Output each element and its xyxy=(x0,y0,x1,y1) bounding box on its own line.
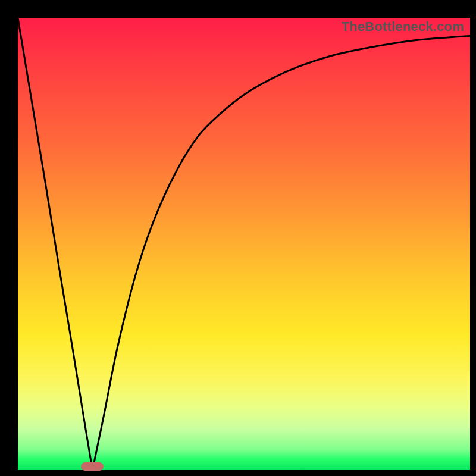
plot-area: TheBottleneck.com xyxy=(18,18,470,470)
curve-left-branch xyxy=(18,18,92,470)
curve-right-branch xyxy=(92,36,470,470)
optimal-marker xyxy=(81,462,104,471)
bottleneck-curve xyxy=(18,18,470,470)
chart-frame: TheBottleneck.com xyxy=(0,0,476,476)
